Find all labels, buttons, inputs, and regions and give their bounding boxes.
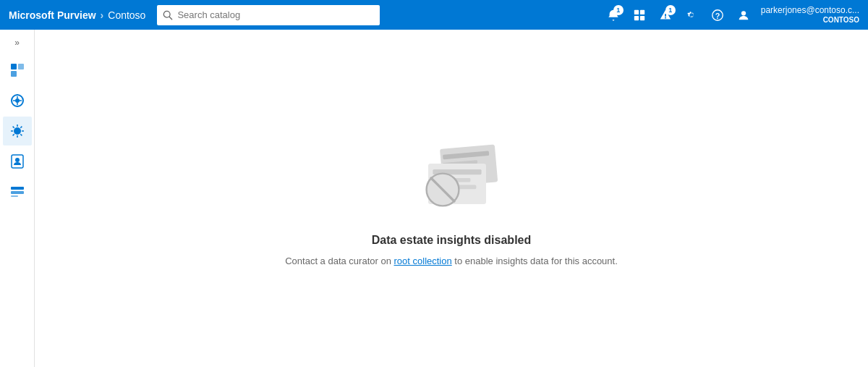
search-icon <box>163 10 173 20</box>
empty-state-illustration <box>393 131 509 225</box>
notifications-button[interactable]: 1 <box>602 4 625 27</box>
empty-state: Data estate insights disabled Contact a … <box>285 131 618 266</box>
datamap-icon <box>9 92 26 109</box>
catalog-icon <box>9 62 26 79</box>
sidebar-item-catalog[interactable] <box>3 56 32 85</box>
sidebar-item-datamap[interactable] <box>3 86 32 115</box>
sidebar-expand-button[interactable]: » <box>3 33 32 53</box>
alerts-badge: 1 <box>665 5 676 15</box>
svg-rect-20 <box>11 191 24 194</box>
settings-button[interactable] <box>680 4 703 27</box>
brand-separator: › <box>101 9 104 21</box>
grid-icon <box>633 9 646 22</box>
person-icon <box>737 9 750 22</box>
main-content: Data estate insights disabled Contact a … <box>35 30 868 367</box>
svg-rect-4 <box>634 15 639 20</box>
sidebar-item-insights[interactable] <box>3 117 32 145</box>
question-icon: ? <box>711 9 724 22</box>
brand-name: Microsoft Purview <box>9 9 96 21</box>
svg-point-18 <box>15 158 20 162</box>
brand: Microsoft Purview › Contoso <box>9 9 145 21</box>
app-header: Microsoft Purview › Contoso 1 <box>0 0 868 30</box>
svg-rect-2 <box>634 9 639 14</box>
svg-rect-6 <box>665 14 666 17</box>
svg-rect-12 <box>11 71 17 77</box>
svg-line-1 <box>170 17 173 20</box>
expand-icon: » <box>14 38 20 48</box>
root-collection-link[interactable]: root collection <box>394 256 452 266</box>
notifications-badge: 1 <box>613 5 624 15</box>
search-input[interactable] <box>177 9 373 20</box>
help-button[interactable]: ? <box>706 4 729 27</box>
user-tenant-label: CONTOSO <box>823 16 859 25</box>
alerts-button[interactable]: 1 <box>654 4 677 27</box>
empty-subtitle: Contact a data curator on root collectio… <box>285 256 618 266</box>
policy-icon <box>9 153 26 170</box>
svg-rect-21 <box>11 195 18 197</box>
management-icon <box>9 183 26 201</box>
sidebar-item-policy[interactable] <box>3 147 32 176</box>
svg-point-15 <box>15 98 20 103</box>
svg-rect-7 <box>665 17 666 18</box>
sidebar-item-management[interactable] <box>3 177 32 206</box>
sidebar: » <box>0 30 35 367</box>
tenant-name: Contoso <box>108 9 145 21</box>
search-bar[interactable] <box>157 5 379 25</box>
gear-icon <box>685 9 698 22</box>
svg-rect-13 <box>18 64 24 69</box>
svg-point-10 <box>741 11 746 15</box>
svg-rect-3 <box>640 9 644 14</box>
user-info[interactable]: parkerjones@contoso.c... CONTOSO <box>761 5 859 24</box>
svg-point-16 <box>14 127 21 135</box>
main-layout: » <box>0 30 868 367</box>
svg-rect-11 <box>11 64 17 69</box>
account-button[interactable] <box>732 4 755 27</box>
svg-rect-19 <box>11 187 24 190</box>
user-email: parkerjones@contoso.c... <box>761 5 859 15</box>
empty-title: Data estate insights disabled <box>372 234 532 247</box>
svg-rect-5 <box>640 15 644 20</box>
svg-text:?: ? <box>715 11 720 20</box>
header-icons: 1 1 <box>602 4 859 27</box>
insights-icon <box>9 122 26 140</box>
app-switcher-button[interactable] <box>628 4 651 27</box>
